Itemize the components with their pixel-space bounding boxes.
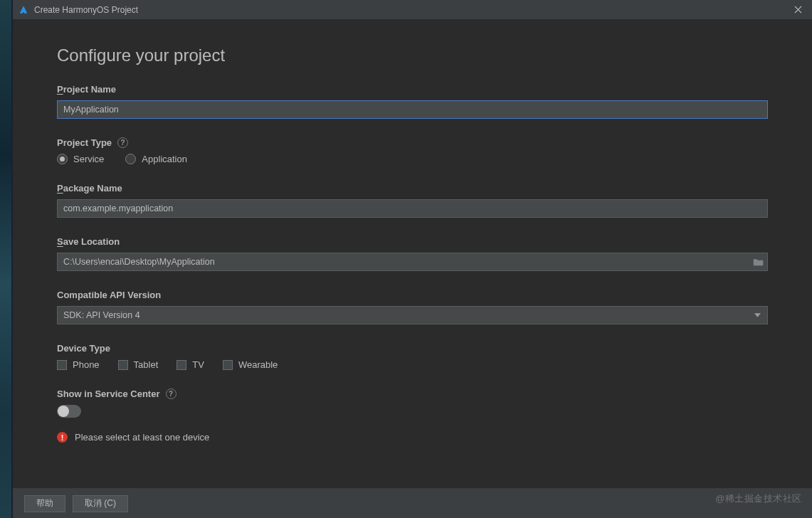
project-name-input[interactable] [57,100,768,119]
background-decoration [0,0,11,518]
project-name-label: Project Name /* keep literal split for u… [57,84,768,95]
close-button[interactable] [789,1,806,18]
radio-dot-icon [57,154,68,164]
project-type-label: Project Type ? [57,137,768,148]
help-button[interactable]: 帮助 [24,495,65,512]
checkbox-tv[interactable]: TV [176,359,204,370]
checkbox-wearable-label: Wearable [238,359,278,370]
section-api-version: Compatible API Version SDK: API Version … [57,290,768,324]
radio-service-label: Service [73,154,104,164]
checkbox-phone-label: Phone [73,359,100,370]
error-message: Please select at least one device [75,432,209,443]
folder-icon [753,258,764,267]
section-save-location: Save Location [57,236,768,271]
page-title: Configure your project [57,46,768,65]
service-center-label: Show in Service Center ? [57,388,768,399]
dialog-content: Configure your project Project Name /* k… [13,20,812,488]
section-project-type: Project Type ? Service Application [57,137,768,164]
save-location-input[interactable] [57,253,768,271]
section-device-type: Device Type Phone Tablet TV Wearable [57,343,768,370]
radio-application-label: Application [142,154,187,164]
validation-error: ! Please select at least one device [57,432,768,443]
title-bar: Create HarmonyOS Project [13,0,812,20]
checkbox-box-icon [118,360,128,370]
error-icon: ! [57,432,68,443]
checkbox-box-icon [57,360,67,370]
toggle-knob-icon [58,406,69,417]
close-icon [794,6,802,14]
section-project-name: Project Name /* keep literal split for u… [57,84,768,119]
api-version-select[interactable]: SDK: API Version 4 [57,306,768,324]
device-type-label: Device Type [57,343,768,354]
browse-folder-button[interactable] [753,258,764,267]
service-center-toggle[interactable] [57,405,81,418]
help-icon[interactable]: ? [166,388,176,399]
help-icon[interactable]: ? [117,137,128,148]
checkbox-wearable[interactable]: Wearable [223,359,278,370]
radio-application[interactable]: Application [125,154,187,164]
package-name-label: Package Name [57,183,768,194]
checkbox-box-icon [223,360,233,370]
checkbox-tv-label: TV [192,359,204,370]
radio-dot-icon [125,154,136,164]
checkbox-tablet-label: Tablet [134,359,159,370]
app-logo-icon [19,5,28,15]
api-version-label: Compatible API Version [57,290,768,300]
checkbox-tablet[interactable]: Tablet [118,359,159,370]
checkbox-box-icon [176,360,186,370]
save-location-label: Save Location [57,236,768,247]
section-service-center: Show in Service Center ? [57,388,768,418]
section-package-name: Package Name [57,183,768,218]
window-title: Create HarmonyOS Project [34,5,138,15]
cancel-button[interactable]: 取消 (C) [73,495,128,512]
dialog-footer: 帮助 取消 (C) [13,488,812,518]
dialog-window: Create HarmonyOS Project Configure your … [13,0,812,518]
package-name-input[interactable] [57,199,768,218]
radio-service[interactable]: Service [57,154,104,164]
checkbox-phone[interactable]: Phone [57,359,100,370]
